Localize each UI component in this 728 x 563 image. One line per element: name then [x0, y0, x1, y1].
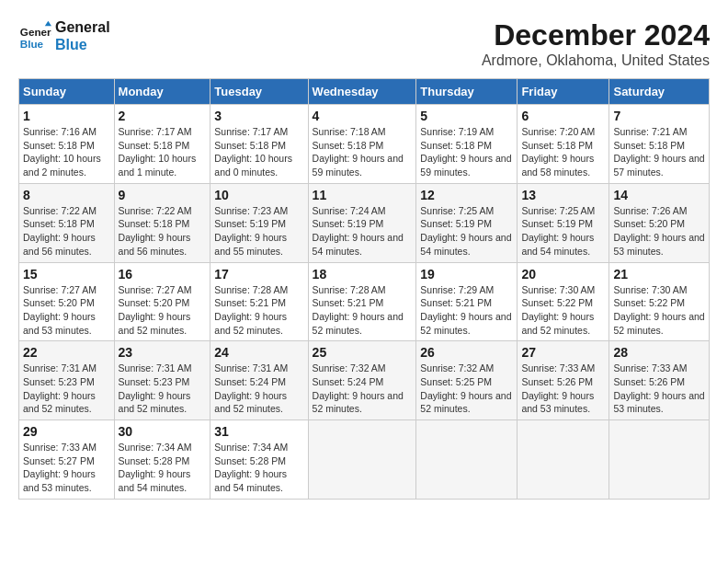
day-number: 5 — [420, 109, 513, 123]
day-info: Sunrise: 7:33 AMSunset: 5:27 PMDaylight:… — [23, 441, 110, 495]
calendar-cell: 4Sunrise: 7:18 AMSunset: 5:18 PMDaylight… — [308, 105, 416, 184]
day-number: 13 — [521, 188, 605, 202]
calendar-week-row: 15Sunrise: 7:27 AMSunset: 5:20 PMDayligh… — [19, 262, 710, 341]
day-info: Sunrise: 7:25 AMSunset: 5:19 PMDaylight:… — [420, 204, 513, 259]
day-number: 9 — [119, 188, 207, 202]
day-number: 30 — [119, 424, 207, 439]
weekday-header: Friday — [518, 79, 609, 105]
calendar-cell: 19Sunrise: 7:29 AMSunset: 5:21 PMDayligh… — [416, 262, 518, 341]
day-info: Sunrise: 7:18 AMSunset: 5:18 PMDaylight:… — [313, 125, 413, 179]
day-info: Sunrise: 7:28 AMSunset: 5:21 PMDaylight:… — [214, 283, 303, 338]
title-block: December 2024 Ardmore, Oklahoma, United … — [482, 18, 710, 69]
day-number: 23 — [119, 345, 207, 360]
day-number: 8 — [23, 188, 110, 202]
day-number: 22 — [23, 345, 110, 360]
logo-blue: Blue — [55, 36, 110, 53]
weekday-header: Saturday — [609, 79, 710, 105]
day-number: 11 — [313, 188, 413, 202]
day-info: Sunrise: 7:33 AMSunset: 5:26 PMDaylight:… — [613, 362, 705, 416]
day-number: 12 — [420, 188, 513, 202]
day-number: 1 — [23, 109, 110, 123]
day-info: Sunrise: 7:21 AMSunset: 5:18 PMDaylight:… — [613, 125, 705, 179]
calendar-cell — [416, 420, 518, 500]
calendar-week-row: 22Sunrise: 7:31 AMSunset: 5:23 PMDayligh… — [19, 341, 710, 420]
day-number: 28 — [613, 345, 705, 360]
calendar-cell: 22Sunrise: 7:31 AMSunset: 5:23 PMDayligh… — [19, 341, 115, 420]
calendar-cell: 11Sunrise: 7:24 AMSunset: 5:19 PMDayligh… — [308, 183, 416, 262]
day-info: Sunrise: 7:30 AMSunset: 5:22 PMDaylight:… — [613, 283, 705, 338]
logo-icon: General Blue — [18, 19, 51, 52]
day-number: 17 — [214, 267, 303, 282]
day-info: Sunrise: 7:32 AMSunset: 5:24 PMDaylight:… — [313, 362, 413, 416]
day-info: Sunrise: 7:31 AMSunset: 5:23 PMDaylight:… — [119, 362, 207, 416]
weekday-header: Monday — [114, 79, 210, 105]
calendar-cell: 12Sunrise: 7:25 AMSunset: 5:19 PMDayligh… — [416, 183, 518, 262]
day-number: 21 — [613, 267, 705, 282]
day-number: 10 — [214, 188, 303, 202]
calendar-cell: 18Sunrise: 7:28 AMSunset: 5:21 PMDayligh… — [308, 262, 416, 341]
day-info: Sunrise: 7:33 AMSunset: 5:26 PMDaylight:… — [521, 362, 605, 416]
calendar-cell: 17Sunrise: 7:28 AMSunset: 5:21 PMDayligh… — [210, 262, 308, 341]
calendar-cell: 16Sunrise: 7:27 AMSunset: 5:20 PMDayligh… — [114, 262, 210, 341]
day-number: 24 — [214, 345, 303, 360]
day-number: 27 — [521, 345, 605, 360]
day-info: Sunrise: 7:17 AMSunset: 5:18 PMDaylight:… — [119, 125, 207, 179]
calendar-cell: 15Sunrise: 7:27 AMSunset: 5:20 PMDayligh… — [19, 262, 115, 341]
day-info: Sunrise: 7:28 AMSunset: 5:21 PMDaylight:… — [313, 283, 413, 338]
day-info: Sunrise: 7:32 AMSunset: 5:25 PMDaylight:… — [420, 362, 513, 416]
day-number: 14 — [613, 188, 705, 202]
calendar-cell — [609, 420, 710, 500]
day-number: 25 — [313, 345, 413, 360]
day-number: 26 — [420, 345, 513, 360]
day-info: Sunrise: 7:26 AMSunset: 5:20 PMDaylight:… — [613, 204, 705, 259]
calendar-cell: 29Sunrise: 7:33 AMSunset: 5:27 PMDayligh… — [19, 420, 115, 500]
day-number: 15 — [23, 267, 110, 282]
day-info: Sunrise: 7:16 AMSunset: 5:18 PMDaylight:… — [23, 125, 110, 179]
page-title: December 2024 — [482, 18, 710, 52]
day-number: 19 — [420, 267, 513, 282]
calendar-cell: 26Sunrise: 7:32 AMSunset: 5:25 PMDayligh… — [416, 341, 518, 420]
weekday-header: Sunday — [19, 79, 115, 105]
day-number: 4 — [313, 109, 413, 123]
calendar-cell: 23Sunrise: 7:31 AMSunset: 5:23 PMDayligh… — [114, 341, 210, 420]
calendar-cell: 24Sunrise: 7:31 AMSunset: 5:24 PMDayligh… — [210, 341, 308, 420]
day-number: 3 — [214, 109, 303, 123]
day-info: Sunrise: 7:31 AMSunset: 5:23 PMDaylight:… — [23, 362, 110, 416]
day-number: 7 — [613, 109, 705, 123]
calendar-week-row: 29Sunrise: 7:33 AMSunset: 5:27 PMDayligh… — [19, 420, 710, 500]
logo-general: General — [55, 18, 110, 36]
day-info: Sunrise: 7:23 AMSunset: 5:19 PMDaylight:… — [214, 204, 303, 259]
svg-text:Blue: Blue — [20, 38, 44, 50]
calendar-week-row: 8Sunrise: 7:22 AMSunset: 5:18 PMDaylight… — [19, 183, 710, 262]
day-info: Sunrise: 7:20 AMSunset: 5:18 PMDaylight:… — [521, 125, 605, 179]
day-info: Sunrise: 7:34 AMSunset: 5:28 PMDaylight:… — [119, 441, 207, 495]
calendar-cell: 7Sunrise: 7:21 AMSunset: 5:18 PMDaylight… — [609, 105, 710, 184]
day-info: Sunrise: 7:34 AMSunset: 5:28 PMDaylight:… — [214, 441, 303, 495]
calendar-cell: 6Sunrise: 7:20 AMSunset: 5:18 PMDaylight… — [518, 105, 609, 184]
calendar-cell: 20Sunrise: 7:30 AMSunset: 5:22 PMDayligh… — [518, 262, 609, 341]
day-info: Sunrise: 7:31 AMSunset: 5:24 PMDaylight:… — [214, 362, 303, 416]
calendar-cell: 9Sunrise: 7:22 AMSunset: 5:18 PMDaylight… — [114, 183, 210, 262]
day-info: Sunrise: 7:29 AMSunset: 5:21 PMDaylight:… — [420, 283, 513, 338]
day-info: Sunrise: 7:25 AMSunset: 5:19 PMDaylight:… — [521, 204, 605, 259]
svg-marker-2 — [45, 21, 51, 26]
day-info: Sunrise: 7:22 AMSunset: 5:18 PMDaylight:… — [23, 204, 110, 259]
page-subtitle: Ardmore, Oklahoma, United States — [482, 52, 710, 69]
calendar-cell: 13Sunrise: 7:25 AMSunset: 5:19 PMDayligh… — [518, 183, 609, 262]
calendar-cell: 14Sunrise: 7:26 AMSunset: 5:20 PMDayligh… — [609, 183, 710, 262]
calendar-table: SundayMondayTuesdayWednesdayThursdayFrid… — [18, 78, 710, 500]
calendar-cell: 31Sunrise: 7:34 AMSunset: 5:28 PMDayligh… — [210, 420, 308, 500]
day-number: 6 — [521, 109, 605, 123]
calendar-cell: 28Sunrise: 7:33 AMSunset: 5:26 PMDayligh… — [609, 341, 710, 420]
calendar-cell — [518, 420, 609, 500]
day-number: 16 — [119, 267, 207, 282]
day-number: 31 — [214, 424, 303, 439]
day-number: 20 — [521, 267, 605, 282]
calendar-cell: 27Sunrise: 7:33 AMSunset: 5:26 PMDayligh… — [518, 341, 609, 420]
day-number: 18 — [313, 267, 413, 282]
calendar-cell: 30Sunrise: 7:34 AMSunset: 5:28 PMDayligh… — [114, 420, 210, 500]
weekday-header: Thursday — [416, 79, 518, 105]
calendar-cell: 25Sunrise: 7:32 AMSunset: 5:24 PMDayligh… — [308, 341, 416, 420]
logo: General Blue General Blue — [18, 18, 110, 53]
day-info: Sunrise: 7:19 AMSunset: 5:18 PMDaylight:… — [420, 125, 513, 179]
